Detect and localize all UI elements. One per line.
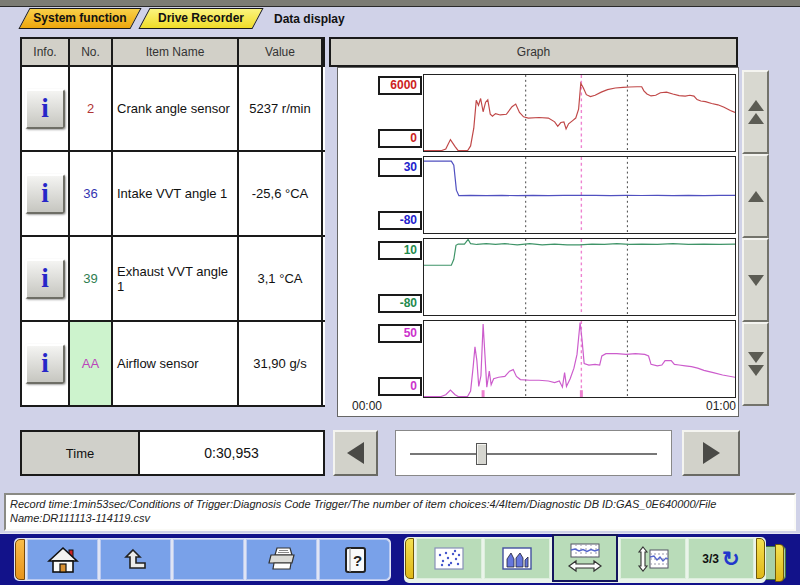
blank-button	[173, 539, 244, 580]
scale-min-airflow: 0	[378, 377, 422, 396]
scale-max-crank: 6000	[378, 76, 422, 95]
item-value: -25,6 °CA	[239, 152, 323, 235]
home-button[interactable]	[27, 539, 98, 580]
scatter-view-button[interactable]	[416, 538, 482, 579]
step-back-button[interactable]	[333, 430, 378, 476]
x-axis-start-label: 00:00	[352, 399, 382, 413]
item-number: 2	[70, 67, 113, 150]
info-button[interactable]: i	[25, 259, 65, 299]
table-row: i 36 Intake VVT angle 1 -25,6 °CA	[20, 152, 325, 237]
data-table: Info. No. Item Name Value Graph i 2 Cran…	[20, 37, 325, 407]
item-number: 39	[70, 237, 113, 320]
time-axis-scale-button[interactable]	[552, 534, 618, 582]
up-arrow-icon	[121, 547, 151, 573]
double-down-arrow-icon	[748, 352, 764, 363]
time-axis-scale-icon	[567, 542, 603, 574]
table-row: i 39 Exhaust VVT angle 1 3,1 °CA	[20, 237, 325, 322]
left-arrow-icon	[347, 442, 364, 464]
item-name: Airflow sensor	[113, 322, 239, 405]
double-up-arrow-icon	[748, 100, 764, 111]
tab-label: Drive Recorder	[145, 9, 257, 28]
histogram-view-button[interactable]	[484, 538, 550, 579]
tab-bar: System function Drive Recorder Data disp…	[0, 8, 800, 31]
time-value-field[interactable]: 0:30,953	[140, 430, 325, 476]
value-axis-scale-button[interactable]	[620, 538, 686, 579]
item-number: 36	[70, 152, 113, 235]
table-header-row: Info. No. Item Name Value Graph	[20, 37, 325, 67]
item-value: 31,90 g/s	[239, 322, 323, 405]
cycle-pages-icon: ↻	[722, 549, 740, 569]
graph-scroll-buttons	[742, 70, 769, 406]
scale-min-crank: 0	[378, 129, 422, 148]
drive-recorder-window: System function Drive Recorder Data disp…	[0, 0, 800, 585]
graph-panel: 6000 0 30 -80 10 -80 50 0 00:00 01:00	[337, 67, 739, 417]
header-info: Info.	[22, 39, 70, 65]
page-indicator: 3/3	[702, 552, 719, 566]
header-no: No.	[70, 39, 113, 65]
time-label: Time	[20, 430, 140, 476]
right-arrow-icon	[703, 442, 720, 464]
item-name: Intake VVT angle 1	[113, 152, 239, 235]
item-number: AA	[70, 322, 113, 405]
help-button[interactable]: ?	[319, 539, 390, 580]
view-button-group: 3/3 ↻	[404, 537, 766, 583]
tab-drive-recorder[interactable]: Drive Recorder	[138, 8, 263, 29]
x-axis-end-label: 01:00	[706, 399, 736, 413]
svg-text:?: ?	[352, 552, 361, 569]
view-group-left-cap	[405, 538, 414, 579]
scale-max-airflow: 50	[378, 324, 422, 343]
status-bar: Record time:1min53sec/Conditions of Trig…	[4, 493, 796, 531]
home-icon	[47, 546, 79, 574]
scroll-up-button[interactable]	[742, 154, 769, 238]
scroll-page-down-button[interactable]	[742, 322, 769, 406]
value-axis-scale-icon	[636, 546, 670, 572]
next-page-button[interactable]: 3/3 ↻	[688, 538, 754, 579]
step-forward-button[interactable]	[682, 430, 740, 476]
header-graph: Graph	[329, 37, 738, 67]
scale-min-intake: -80	[378, 211, 422, 230]
header-value: Value	[239, 39, 323, 65]
print-button[interactable]	[246, 539, 317, 580]
down-arrow-icon	[748, 275, 764, 286]
item-value: 5237 r/min	[239, 67, 323, 150]
scatter-plot-icon	[434, 547, 464, 570]
up-arrow-icon	[748, 191, 764, 202]
tab-label: System function	[25, 9, 135, 28]
info-button[interactable]: i	[25, 344, 65, 384]
window-top-strip	[0, 0, 800, 7]
item-value: 3,1 °CA	[239, 237, 323, 320]
graph-intake-vvt-angle[interactable]	[423, 156, 736, 234]
help-book-icon: ?	[342, 546, 368, 574]
bottom-toolbar: ?	[0, 533, 800, 585]
up-level-button[interactable]	[100, 539, 171, 580]
tab-data-display[interactable]: Data display	[274, 10, 345, 29]
slider-track[interactable]	[410, 453, 657, 455]
page-stack-cap	[775, 544, 784, 582]
info-button[interactable]: i	[25, 174, 65, 214]
table-row: i AA Airflow sensor 31,90 g/s	[20, 322, 325, 407]
scroll-page-up-button[interactable]	[742, 70, 769, 154]
item-name: Crank angle sensor	[113, 67, 239, 150]
time-slider[interactable]	[395, 430, 672, 476]
graph-exhaust-vvt-angle[interactable]	[423, 238, 736, 316]
info-button[interactable]: i	[25, 89, 65, 129]
nav-group-cap	[15, 539, 25, 580]
graph-crank-angle-sensor[interactable]	[423, 74, 736, 152]
scale-max-exhaust: 10	[378, 241, 422, 260]
histogram-icon	[502, 547, 532, 570]
table-row: i 2 Crank angle sensor 5237 r/min	[20, 67, 325, 152]
printer-icon	[266, 546, 298, 573]
item-name: Exhaust VVT angle 1	[113, 237, 239, 320]
scale-max-intake: 30	[378, 158, 422, 177]
graph-airflow-sensor[interactable]	[423, 320, 736, 398]
scale-min-exhaust: -80	[378, 294, 422, 313]
slider-thumb[interactable]	[476, 443, 487, 465]
nav-button-group: ?	[14, 538, 391, 581]
scroll-down-button[interactable]	[742, 238, 769, 322]
tab-system-function[interactable]: System function	[18, 8, 141, 29]
header-item-name: Item Name	[113, 39, 239, 65]
view-group-right-cap	[756, 538, 765, 579]
